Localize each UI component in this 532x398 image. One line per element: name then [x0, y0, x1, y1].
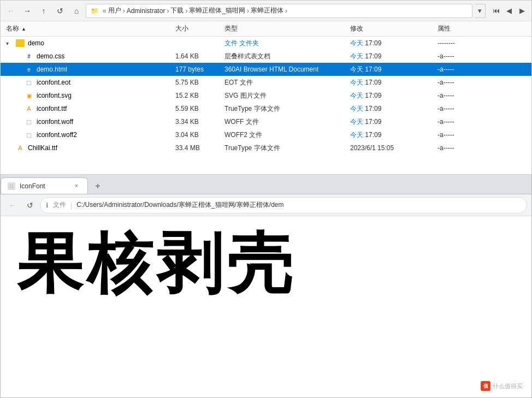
nav-extra-btn1[interactable]: ⏮: [490, 5, 502, 17]
file-name-label: ChillKai.ttf: [28, 144, 57, 152]
file-modified-cell: 今天 17:09: [350, 65, 438, 74]
file-modified-cell: 2023/6/1 15:05: [350, 144, 438, 152]
file-name-label: iconfont.woff: [37, 118, 73, 126]
nav-extra-buttons: ⏮ ◀ ▶: [490, 5, 528, 17]
file-modified-cell: 今天 17:09: [350, 78, 438, 87]
file-name-label: iconfont.svg: [37, 92, 72, 99]
css-file-icon: #: [25, 52, 33, 61]
browser-tab-active[interactable]: □ IconFont ×: [1, 177, 88, 194]
woff-file-icon: □: [25, 117, 33, 126]
file-size-cell: 3.04 KB: [175, 131, 224, 139]
browser-refresh-button[interactable]: ↺: [22, 198, 38, 213]
browser-nav: ← ↺ ℹ 文件 | C:/Users/Administrator/Downlo…: [1, 194, 531, 216]
url-info-label: 文件: [53, 200, 66, 210]
browser-url-bar[interactable]: ℹ 文件 | C:/Users/Administrator/Downloads/…: [40, 197, 527, 213]
address-arrow2: ›: [167, 7, 169, 15]
file-size-cell: 33.4 MB: [175, 144, 224, 152]
table-row[interactable]: A iconfont.ttf 5.59 KB TrueType 字体文件 今天 …: [1, 102, 531, 115]
tab-label: IconFont: [20, 182, 68, 190]
browser-content: 果核剥壳 值 什么值得买: [1, 216, 531, 397]
file-attr-cell: -a-----: [438, 66, 481, 73]
svg-file-icon: ▣: [25, 91, 33, 100]
address-arrow4: ›: [247, 7, 249, 15]
file-size-cell: 5.59 KB: [175, 105, 224, 112]
file-name-cell: A ChillKai.ttf: [1, 144, 175, 152]
file-name-cell: A iconfont.ttf: [1, 104, 175, 113]
table-row[interactable]: ▾ demo 文件 文件夹 今天 17:09 --------: [1, 37, 531, 50]
forward-button[interactable]: →: [20, 4, 34, 18]
address-bar[interactable]: 📁 « 用户 › Administrator › 下载 › 寒蝉正楷体_猫咁网 …: [86, 4, 472, 18]
column-headers: 名称 ▲ 大小 类型 修改 属性: [1, 21, 531, 37]
col-header-name[interactable]: 名称 ▲: [1, 24, 175, 33]
tab-close-button[interactable]: ×: [72, 182, 81, 191]
file-name-cell: ▾ demo: [1, 39, 175, 47]
file-type-cell: 文件 文件夹: [224, 39, 350, 48]
table-row[interactable]: □ iconfont.woff2 3.04 KB WOFF2 文件 今天 17:…: [1, 128, 531, 141]
file-attr-cell: -a-----: [438, 92, 481, 99]
browser-tabs: □ IconFont × +: [1, 175, 531, 194]
up-button[interactable]: ↑: [37, 4, 51, 18]
file-name-label: iconfont.woff2: [37, 131, 77, 139]
address-part3: 下载: [170, 6, 184, 15]
table-row[interactable]: # demo.css 1.64 KB 层叠样式表文档 今天 17:09 -a--…: [1, 50, 531, 63]
address-part4: 寒蝉正楷体_猫咁网: [189, 6, 245, 15]
file-attr-cell: -a-----: [438, 79, 481, 86]
table-row[interactable]: ▣ iconfont.svg 15.2 KB SVG 图片文件 今天 17:09…: [1, 89, 531, 102]
url-info-icon: ℹ: [46, 201, 49, 209]
eot-file-icon: □: [25, 78, 33, 87]
home-button[interactable]: ⌂: [69, 4, 84, 18]
folder-icon: [16, 39, 25, 47]
refresh-button[interactable]: ↺: [53, 4, 67, 18]
file-explorer: ← → ↑ ↺ ⌂ 📁 « 用户 › Administrator › 下载 › …: [0, 0, 532, 175]
new-tab-button[interactable]: +: [90, 179, 105, 194]
col-header-type[interactable]: 类型: [224, 24, 350, 33]
file-size-cell: 177 bytes: [175, 66, 224, 73]
file-list: ▾ demo 文件 文件夹 今天 17:09 -------- # demo.c…: [1, 37, 531, 174]
nav-extra-btn2[interactable]: ◀: [503, 5, 515, 17]
file-modified-cell: 今天 17:09: [350, 91, 438, 100]
file-modified-cell: 今天 17:09: [350, 39, 438, 48]
file-attr-cell: -a-----: [438, 131, 481, 139]
ttf-file-icon: A: [25, 104, 33, 113]
file-name-cell: □ iconfont.woff2: [1, 130, 175, 139]
address-part2: Administrator: [127, 7, 165, 15]
address-part1: 用户: [108, 6, 121, 15]
file-size-cell: 1.64 KB: [175, 52, 224, 60]
woff2-file-icon: □: [25, 130, 33, 139]
demo-content-text: 果核剥壳: [17, 227, 515, 299]
address-dropdown[interactable]: ▾: [475, 4, 486, 18]
table-row[interactable]: A ChillKai.ttf 33.4 MB TrueType 字体文件 202…: [1, 141, 531, 155]
file-attr-cell: --------: [438, 39, 481, 47]
col-header-modified[interactable]: 修改: [350, 24, 438, 33]
table-row[interactable]: □ iconfont.woff 3.34 KB WOFF 文件 今天 17:09…: [1, 115, 531, 128]
col-header-attr[interactable]: 属性: [438, 24, 481, 33]
table-row[interactable]: □ iconfont.eot 5.75 KB EOT 文件 今天 17:09 -…: [1, 76, 531, 89]
file-type-cell: TrueType 字体文件: [224, 104, 350, 114]
address-arrow5: ›: [285, 7, 287, 15]
sort-arrow-icon: ▲: [21, 26, 26, 32]
back-button[interactable]: ←: [4, 4, 18, 18]
file-type-cell: 层叠样式表文档: [224, 52, 350, 61]
file-name-cell: □ iconfont.eot: [1, 78, 175, 87]
file-modified-cell: 今天 17:09: [350, 104, 438, 114]
file-name-label: demo: [28, 39, 44, 47]
file-size-cell: 3.34 KB: [175, 118, 224, 126]
nav-extra-btn3[interactable]: ▶: [516, 5, 528, 17]
file-name-label: iconfont.eot: [37, 79, 70, 86]
watermark-text: 什么值得买: [493, 382, 523, 390]
url-text: C:/Users/Administrator/Downloads/寒蝉正楷体_猫…: [76, 200, 283, 210]
file-type-cell: SVG 图片文件: [224, 91, 350, 100]
table-row[interactable]: e demo.html 177 bytes 360AI Browser HTML…: [1, 63, 531, 76]
chillkai-file-icon: A: [16, 144, 25, 152]
file-modified-cell: 今天 17:09: [350, 130, 438, 140]
address-part5: 寒蝉正楷体: [251, 6, 283, 15]
file-attr-cell: -a-----: [438, 118, 481, 126]
file-type-cell: EOT 文件: [224, 78, 350, 87]
file-name-cell: ▣ iconfont.svg: [1, 91, 175, 100]
file-name-label: demo.css: [37, 52, 64, 60]
file-modified-cell: 今天 17:09: [350, 117, 438, 127]
file-attr-cell: -a-----: [438, 144, 481, 152]
browser-back-button[interactable]: ←: [5, 198, 20, 213]
col-header-size[interactable]: 大小: [175, 24, 224, 33]
tab-icon-glyph: □: [10, 183, 13, 189]
